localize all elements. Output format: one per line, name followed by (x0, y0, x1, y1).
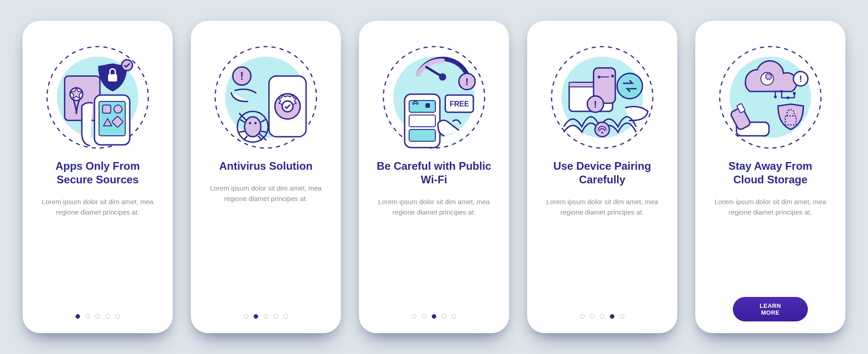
svg-text:!: ! (799, 74, 802, 84)
svg-point-22 (249, 122, 251, 124)
svg-point-42 (611, 75, 614, 77)
pagination-dot[interactable] (105, 314, 110, 319)
svg-rect-34 (425, 103, 430, 108)
onboarding-screen-4: ! Use Device Pairing CarefullyLorem ipsu… (527, 21, 677, 333)
svg-point-47 (617, 73, 642, 99)
screen-title: Apps Only From Secure Sources (39, 159, 156, 187)
pagination-dot[interactable] (600, 314, 604, 319)
svg-point-49 (601, 132, 603, 134)
screen-title: Stay Away From Cloud Storage (712, 159, 829, 187)
onboarding-screen-3: ! FREE Be Careful with Public Wi-FiLorem… (359, 21, 509, 333)
secure-sources-icon (41, 41, 154, 154)
svg-point-58 (774, 96, 777, 98)
pagination-dots (23, 314, 173, 319)
pagination-dots (191, 314, 341, 319)
svg-text:!: ! (594, 99, 597, 110)
svg-rect-10 (108, 74, 117, 81)
screen-description: Lorem ipsum dolor sit dim amet, mea regi… (377, 196, 491, 218)
svg-point-57 (793, 92, 796, 95)
svg-rect-6 (103, 105, 111, 113)
pagination-dots (359, 314, 509, 319)
pagination-dot[interactable] (283, 314, 288, 319)
device-pairing-icon: ! (546, 41, 659, 154)
pagination-dot[interactable] (115, 314, 120, 319)
svg-point-7 (114, 105, 122, 113)
pagination-dot[interactable] (75, 314, 80, 319)
pagination-dot[interactable] (620, 314, 624, 319)
svg-text:!: ! (240, 70, 244, 82)
pagination-dot[interactable] (590, 314, 594, 319)
svg-point-21 (245, 117, 261, 137)
pagination-dot[interactable] (95, 314, 100, 319)
pagination-dot[interactable] (412, 314, 416, 319)
pagination-dot[interactable] (452, 314, 456, 319)
pagination-dot[interactable] (254, 314, 258, 319)
screen-description: Lorem ipsum dolor sit dim amet, mea regi… (41, 196, 154, 218)
svg-text:!: ! (465, 76, 468, 87)
svg-text:FREE: FREE (450, 100, 469, 108)
pagination-dot[interactable] (610, 314, 614, 319)
screen-description: Lorem ipsum dolor sit dim amet, mea regi… (209, 183, 322, 204)
learn-more-button[interactable]: LEARN MORE (733, 297, 808, 321)
screen-title: Antivirus Solution (219, 159, 313, 173)
svg-rect-33 (409, 129, 435, 141)
svg-point-48 (595, 122, 609, 137)
onboarding-screen-1: Apps Only From Secure SourcesLorem ipsum… (23, 21, 173, 333)
onboarding-screen-5: ! Stay Away From Cloud StorageLorem ipsu… (695, 21, 845, 333)
pagination-dot[interactable] (274, 314, 278, 319)
pagination-dot[interactable] (264, 314, 268, 319)
screen-title: Use Device Pairing Carefully (543, 159, 661, 187)
pagination-dot[interactable] (580, 314, 585, 319)
pagination-dot[interactable] (85, 314, 90, 319)
pagination-dot[interactable] (244, 314, 248, 319)
onboarding-carousel: Apps Only From Secure SourcesLorem ipsum… (23, 21, 845, 333)
cloud-storage-icon: ! (714, 41, 827, 154)
svg-rect-32 (409, 115, 435, 127)
screen-description: Lorem ipsum dolor sit dim amet, mea regi… (546, 196, 659, 218)
pagination-dots (527, 314, 677, 319)
svg-point-23 (255, 122, 257, 124)
pagination-dot[interactable] (422, 314, 426, 319)
public-wifi-icon: ! FREE (377, 41, 491, 154)
svg-point-56 (787, 96, 789, 99)
svg-point-44 (598, 76, 600, 78)
screen-description: Lorem ipsum dolor sit dim amet, mea regi… (714, 196, 827, 218)
svg-point-55 (780, 90, 783, 93)
screen-title: Be Careful with Public Wi-Fi (375, 159, 493, 187)
pagination-dot[interactable] (442, 314, 446, 319)
onboarding-screen-2: ! Antivirus SolutionLorem ipsum dolor si… (191, 21, 341, 333)
antivirus-icon: ! (209, 41, 322, 154)
pagination-dot[interactable] (432, 314, 436, 319)
